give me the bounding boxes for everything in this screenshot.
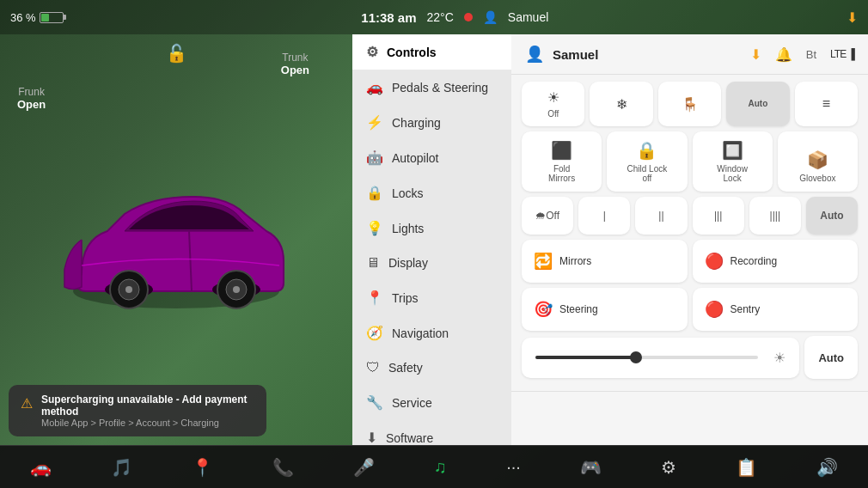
header-bluetooth-icon: Bt: [806, 48, 816, 61]
auto-climate-button[interactable]: Auto: [726, 82, 789, 126]
lights-icon: 💡: [366, 220, 383, 236]
download-icon-status: ⬇: [847, 9, 858, 26]
trunk-value: Open: [281, 64, 309, 76]
header-bell-icon: 🔔: [775, 46, 792, 63]
wiper-2-label: ||: [658, 210, 663, 222]
safety-label: Safety: [388, 361, 423, 375]
taskbar-phone[interactable]: 📞: [266, 457, 301, 478]
software-icon: ⬇: [366, 430, 377, 445]
frunk-value: Open: [17, 98, 46, 111]
seat-heat-button[interactable]: 🪑: [658, 82, 721, 126]
car-panel: Trunk Open Frunk Open 🔓: [0, 34, 352, 445]
wiper-4-button[interactable]: ||||: [749, 197, 801, 235]
pedals-icon: 🚗: [366, 79, 383, 95]
record-dot: [464, 13, 473, 21]
taskbar-dots[interactable]: ···: [499, 457, 528, 477]
taskbar-files[interactable]: 📋: [729, 457, 764, 478]
sentry-button[interactable]: 🔴 Sentry: [693, 288, 859, 331]
wiper-3-button[interactable]: |||: [693, 197, 744, 235]
temperature: 22°C: [427, 10, 454, 24]
sidebar-item-charging[interactable]: ⚡ Charging: [352, 105, 511, 140]
cabin-controls-section: ☀ Off ❄ 🪑 Auto ≡ ⬛: [511, 75, 868, 392]
wiper-auto-label: Auto: [820, 210, 843, 222]
child-lock-label: Child Lockoff: [627, 164, 668, 183]
display-label: Display: [388, 256, 428, 270]
frunk-label: Frunk: [17, 86, 46, 98]
service-icon: 🔧: [366, 394, 383, 411]
wiper-2-button[interactable]: ||: [635, 197, 687, 235]
fold-mirrors-label: FoldMirrors: [548, 164, 575, 183]
fan-icon: ≡: [822, 96, 830, 112]
wiper-auto-button[interactable]: Auto: [806, 197, 858, 235]
sidebar-item-display[interactable]: 🖥 Display: [352, 246, 511, 280]
seat-icon: 🪑: [682, 96, 699, 113]
username-status: Samuel: [508, 10, 548, 24]
fan-button[interactable]: ≡: [795, 82, 858, 126]
sidebar-item-lights[interactable]: 💡 Lights: [352, 210, 511, 246]
window-lock-button[interactable]: 🔲 WindowLock: [693, 131, 773, 192]
sidebar-item-locks[interactable]: 🔒 Locks: [352, 175, 511, 210]
sidebar-item-service[interactable]: 🔧 Service: [352, 385, 511, 420]
taskbar-spotify[interactable]: ♫: [427, 457, 454, 477]
battery-fill: [41, 14, 49, 21]
controls-label: Controls: [387, 46, 437, 59]
sidebar-item-navigation[interactable]: 🧭 Navigation: [352, 315, 511, 351]
sentry-label: Sentry: [730, 303, 761, 315]
notif-content: Supercharging unavailable - Add payment …: [41, 393, 254, 428]
wiper-off-button[interactable]: 🌧 Off: [522, 197, 573, 235]
wiper-3-label: |||: [714, 210, 722, 222]
trunk-label-area: Trunk Open: [281, 52, 309, 76]
safety-icon: 🛡: [366, 360, 380, 375]
battery-indicator: 36 %: [10, 11, 64, 24]
taskbar-voice[interactable]: 🎤: [346, 457, 382, 478]
sidebar-item-safety[interactable]: 🛡 Safety: [352, 351, 511, 385]
feature-row: ⬛ FoldMirrors 🔒 Child Lockoff 🔲 WindowLo…: [522, 131, 858, 192]
steering-sentry-row: 🎯 Steering 🔴 Sentry: [522, 288, 858, 331]
taskbar-apps[interactable]: ⚙: [654, 457, 683, 478]
taskbar-media[interactable]: 🎵: [104, 457, 139, 478]
taskbar-nav[interactable]: 📍: [185, 457, 220, 478]
battery-icon: [40, 12, 64, 23]
user-header-icons: ⬇ 🔔 Bt LTE ▐: [750, 46, 854, 63]
trips-icon: 📍: [366, 290, 383, 306]
user-header: 👤 Samuel ⬇ 🔔 Bt LTE ▐: [511, 34, 868, 75]
mirrors-icon: 🔁: [534, 252, 553, 271]
sidebar-item-autopilot[interactable]: 🤖 Autopilot: [352, 140, 511, 175]
taskbar-sound[interactable]: 🔊: [810, 457, 845, 478]
notif-warning-icon: ⚠: [21, 395, 33, 412]
software-label: Software: [386, 431, 433, 445]
pedals-label: Pedals & Steering: [392, 81, 488, 95]
window-lock-icon: 🔲: [722, 140, 743, 161]
taskbar-car[interactable]: 🚗: [23, 457, 58, 478]
svg-point-9: [233, 286, 240, 293]
glovebox-button[interactable]: 📦 Glovebox: [778, 131, 858, 192]
child-lock-button[interactable]: 🔒 Child Lockoff: [607, 131, 687, 192]
notif-title: Supercharging unavailable - Add payment …: [41, 393, 254, 418]
sidebar-nav: ⚙ Controls 🚗 Pedals & Steering ⚡ Chargin…: [352, 34, 511, 445]
wiper-icon: 🌧: [535, 210, 546, 222]
header-signal-icon: LTE ▐: [830, 48, 854, 60]
wiper-1-button[interactable]: |: [578, 197, 630, 235]
defrost-button[interactable]: ❄: [590, 82, 652, 126]
glovebox-icon: 📦: [807, 149, 828, 170]
steering-button[interactable]: 🎯 Steering: [522, 288, 688, 331]
clock: 11:38 am: [361, 10, 416, 25]
battery-percentage: 36 %: [10, 11, 36, 24]
brightness-thumb[interactable]: [630, 351, 642, 363]
defrost-icon: ❄: [616, 96, 627, 113]
mirrors-button[interactable]: 🔁 Mirrors: [522, 240, 688, 283]
auto-label: Auto: [749, 99, 768, 109]
navigation-icon: 🧭: [366, 325, 383, 341]
taskbar-games[interactable]: 🎮: [573, 457, 608, 478]
sidebar-item-pedals[interactable]: 🚗 Pedals & Steering: [352, 70, 511, 105]
charging-icon: ⚡: [366, 114, 383, 131]
sidebar-item-software[interactable]: ⬇ Software: [352, 420, 511, 445]
sidebar-item-trips[interactable]: 📍 Trips: [352, 280, 511, 315]
trips-label: Trips: [392, 291, 419, 305]
charging-label: Charging: [392, 116, 441, 130]
brightness-auto-button[interactable]: Auto: [804, 336, 858, 379]
sun-off-button[interactable]: ☀ Off: [522, 82, 584, 126]
recording-button[interactable]: 🔴 Recording: [693, 240, 859, 283]
fold-mirrors-button[interactable]: ⬛ FoldMirrors: [522, 131, 602, 192]
sidebar-item-controls[interactable]: ⚙ Controls: [352, 34, 511, 70]
